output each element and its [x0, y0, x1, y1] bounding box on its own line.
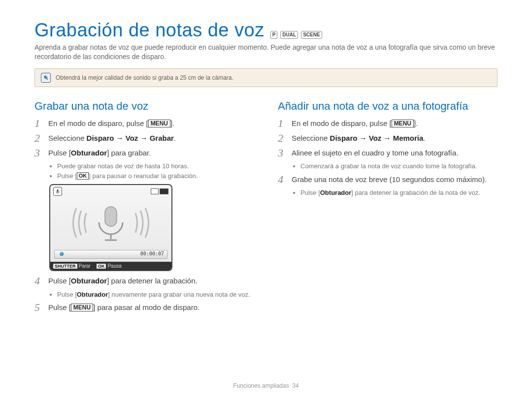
bullet: Pulse [OK] para pausar o reanudar la gra… — [57, 172, 254, 181]
left-column: Grabar una nota de voz 1 En el modo de d… — [34, 100, 254, 317]
note-callout: Obtendrá la mejor calidad de sonido si g… — [34, 68, 498, 87]
step-number: 4 — [34, 275, 48, 287]
page-footer: Funciones ampliadas 34 — [0, 382, 532, 389]
note-text: Obtendrá la mejor calidad de sonido si g… — [56, 74, 233, 81]
menu-button-icon: MENU — [392, 120, 414, 127]
step-body: Pulse [Obturador] para detener la grabac… — [48, 275, 198, 286]
memory-card-icon — [151, 188, 159, 194]
ok-key-icon: OK — [97, 264, 106, 269]
mode-icons: P DUAL SCENE — [270, 31, 322, 39]
step-number: 4 — [278, 174, 292, 185]
step-body: Pulse [MENU] para pasar al modo de dispa… — [48, 302, 200, 312]
progress-bar: 00:00:07 — [54, 250, 167, 259]
svg-rect-0 — [57, 189, 59, 192]
step-body: Alinee el sujeto en el cuadro y tome una… — [292, 147, 459, 158]
step-body: En el modo de disparo, pulse [MENU]. — [48, 118, 174, 128]
ok-label: Pausa — [107, 263, 121, 269]
bullet: Pulse [Obturador] para detener la grabac… — [300, 188, 498, 197]
shutter-label: Parar — [79, 263, 91, 269]
bullet: Puede grabar notas de voz de hasta 10 ho… — [57, 162, 254, 171]
mode-p-icon: P — [270, 31, 278, 39]
bullet: Comenzará a grabar la nota de voz cuando… — [300, 162, 498, 171]
step-body: Seleccione Disparo → Voz → Grabar. — [48, 132, 176, 143]
step-number: 2 — [34, 132, 48, 144]
step-body: Seleccione Disparo → Voz → Memoria. — [292, 132, 426, 143]
right-heading: Añadir una nota de voz a una fotografía — [278, 100, 498, 113]
step-number: 3 — [278, 147, 292, 159]
mode-dual-icon: DUAL — [280, 31, 298, 39]
step-number: 2 — [278, 132, 292, 144]
page-title: Grabación de notas de voz — [34, 20, 265, 41]
mode-scene-icon: SCENE — [301, 31, 322, 39]
note-icon — [41, 73, 51, 83]
status-icons — [151, 187, 168, 196]
step-body: Grabe una nota de voz breve (10 segundos… — [292, 174, 487, 185]
progress-indicator-icon — [60, 252, 64, 256]
step-number: 1 — [34, 118, 48, 129]
intro-text: Aprenda a grabar notas de voz que puede … — [34, 43, 498, 62]
mic-graphic — [50, 196, 171, 250]
right-column: Añadir una nota de voz a una fotografía … — [278, 100, 498, 200]
shutter-key-icon: SHUTTER — [53, 264, 77, 269]
menu-button-icon: MENU — [148, 120, 170, 127]
left-heading: Grabar una nota de voz — [34, 100, 254, 113]
step-number: 3 — [34, 147, 48, 159]
battery-icon — [160, 188, 168, 194]
ok-button-icon: OK — [77, 172, 89, 180]
mic-indicator-icon — [53, 187, 62, 196]
step-body: Pulse [Obturador] para grabar. — [48, 147, 151, 158]
step-number: 1 — [278, 118, 292, 129]
step-body: En el modo de disparo, pulse [MENU]. — [292, 118, 418, 128]
elapsed-time: 00:00:07 — [140, 251, 164, 256]
svg-rect-2 — [105, 207, 117, 226]
step-number: 5 — [34, 302, 48, 313]
menu-button-icon: MENU — [71, 304, 93, 311]
bullet: Pulse [Obturador] nuevamente para grabar… — [57, 290, 254, 299]
camera-screen-illustration: 00:00:07 SHUTTERParar OKPausa — [49, 184, 172, 271]
